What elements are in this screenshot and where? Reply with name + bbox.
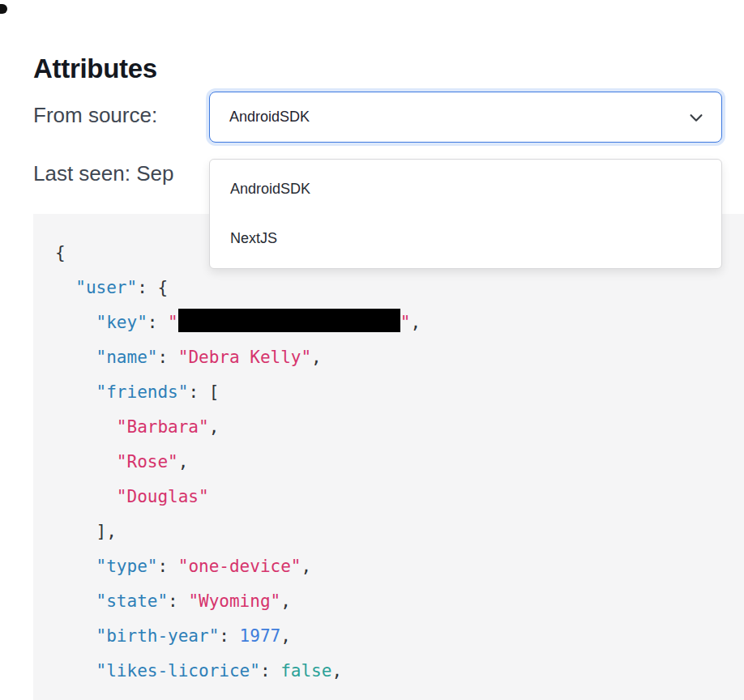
json-code: { "user": { "key": "", "name": "Debra Ke… [55,236,744,689]
dropdown-option-nextjs[interactable]: NextJS [210,214,721,263]
edge-artifact [0,4,7,14]
source-select[interactable]: AndroidSDK [209,92,722,143]
source-select-value: AndroidSDK [229,109,310,126]
last-seen-text: Last seen: Sep [33,161,173,186]
page-title: Attributes [33,53,157,84]
from-source-label: From source: [33,103,157,128]
source-dropdown-panel: AndroidSDKNextJS [209,159,722,269]
redacted-value [178,309,400,332]
json-code-block: { "user": { "key": "", "name": "Debra Ke… [33,214,744,700]
chevron-down-icon [687,109,705,126]
dropdown-option-androidsdk[interactable]: AndroidSDK [210,164,721,214]
